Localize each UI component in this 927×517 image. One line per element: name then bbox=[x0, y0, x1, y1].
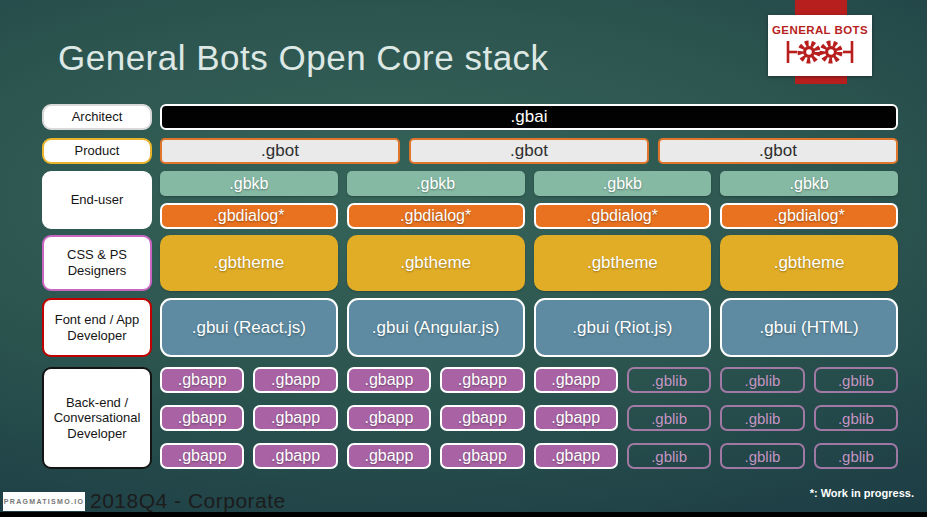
stack-row-gbtheme: .gbtheme.gbtheme.gbtheme.gbtheme bbox=[160, 235, 898, 291]
gblib-box: .gblib bbox=[627, 443, 711, 469]
gbtheme-box: .gbtheme bbox=[347, 235, 525, 291]
gblib-box: .gblib bbox=[720, 367, 804, 393]
gbkb-box: .gbkb bbox=[160, 171, 338, 196]
gbdialog-box: .gbdialog* bbox=[720, 203, 898, 229]
role-label-front-end-app-developer: Font end / App Developer bbox=[42, 298, 152, 357]
gbot-box: .gbot bbox=[409, 138, 649, 164]
gbapp-box: .gbapp bbox=[534, 367, 618, 393]
stack-row-backend-3: .gbapp.gbapp.gbapp.gbapp.gbapp.gblib.gbl… bbox=[160, 443, 898, 469]
gbapp-box: .gbapp bbox=[347, 443, 431, 469]
gbot-box: .gbot bbox=[658, 138, 898, 164]
gbtheme-box: .gbtheme bbox=[534, 235, 712, 291]
gbdialog-box: .gbdialog* bbox=[347, 203, 525, 229]
gbkb-box: .gbkb bbox=[534, 171, 712, 196]
gblib-box: .gblib bbox=[814, 405, 898, 431]
gbapp-box: .gbapp bbox=[253, 405, 337, 431]
gbui-box: .gbui (HTML) bbox=[720, 298, 898, 357]
gbot-box: .gbot bbox=[160, 138, 400, 164]
gbapp-box: .gbapp bbox=[347, 405, 431, 431]
role-label-architect: Architect bbox=[42, 104, 152, 130]
gbapp-box: .gbapp bbox=[253, 443, 337, 469]
gbkb-box: .gbkb bbox=[347, 171, 525, 196]
gbapp-box: .gbapp bbox=[160, 367, 244, 393]
pragmatismo-badge: PRAGMATISMO.IO bbox=[3, 492, 85, 511]
gears-icon bbox=[784, 37, 856, 67]
stack-row-backend-2: .gbapp.gbapp.gbapp.gbapp.gbapp.gblib.gbl… bbox=[160, 405, 898, 431]
stack-row-gbkb: .gbkb.gbkb.gbkb.gbkb bbox=[160, 171, 898, 196]
gbapp-box: .gbapp bbox=[534, 443, 618, 469]
footer-caption: 2018Q4 - Corporate bbox=[90, 489, 286, 513]
gbapp-box: .gbapp bbox=[347, 367, 431, 393]
gblib-box: .gblib bbox=[627, 405, 711, 431]
gbtheme-box: .gbtheme bbox=[160, 235, 338, 291]
gbapp-box: .gbapp bbox=[440, 405, 524, 431]
general-bots-logo: GENERAL BOTS bbox=[768, 15, 872, 76]
stack-row-gbai: .gbai bbox=[160, 104, 898, 130]
gbai-box: .gbai bbox=[160, 104, 898, 130]
gbui-box: .gbui (React.js) bbox=[160, 298, 338, 357]
stack-row-gbui: .gbui (React.js).gbui (Angular.js).gbui … bbox=[160, 298, 898, 357]
gbapp-box: .gbapp bbox=[160, 405, 244, 431]
gbui-box: .gbui (Angular.js) bbox=[347, 298, 525, 357]
role-label-product: Product bbox=[42, 138, 152, 164]
gblib-box: .gblib bbox=[814, 367, 898, 393]
slide-bottom-edge bbox=[0, 512, 927, 517]
role-label-back-end-conversational-developer: Back-end / Conversational Developer bbox=[42, 367, 152, 469]
gblib-box: .gblib bbox=[720, 405, 804, 431]
slide-background: General Bots Open Core stack GENERAL BOT… bbox=[0, 0, 927, 517]
gbapp-box: .gbapp bbox=[440, 367, 524, 393]
gbapp-box: .gbapp bbox=[160, 443, 244, 469]
stack-row-gbdialog: .gbdialog*.gbdialog*.gbdialog*.gbdialog* bbox=[160, 203, 898, 229]
gbui-box: .gbui (Riot.js) bbox=[534, 298, 712, 357]
gblib-box: .gblib bbox=[627, 367, 711, 393]
gbkb-box: .gbkb bbox=[720, 171, 898, 196]
gblib-box: .gblib bbox=[814, 443, 898, 469]
slide-title: General Bots Open Core stack bbox=[58, 38, 549, 78]
gbapp-box: .gbapp bbox=[253, 367, 337, 393]
gbdialog-box: .gbdialog* bbox=[534, 203, 712, 229]
logo-brand-text: GENERAL BOTS bbox=[772, 24, 868, 36]
role-label-end-user: End-user bbox=[42, 171, 152, 229]
gbdialog-box: .gbdialog* bbox=[160, 203, 338, 229]
stack-row-gbot: .gbot.gbot.gbot bbox=[160, 138, 898, 164]
stack-row-backend-1: .gbapp.gbapp.gbapp.gbapp.gbapp.gblib.gbl… bbox=[160, 367, 898, 393]
gbapp-box: .gbapp bbox=[534, 405, 618, 431]
gbtheme-box: .gbtheme bbox=[720, 235, 898, 291]
gblib-box: .gblib bbox=[720, 443, 804, 469]
gbapp-box: .gbapp bbox=[440, 443, 524, 469]
role-label-css-ps-designers: CSS & PS Designers bbox=[42, 235, 152, 291]
work-in-progress-note: *: Work in progress. bbox=[810, 487, 914, 499]
